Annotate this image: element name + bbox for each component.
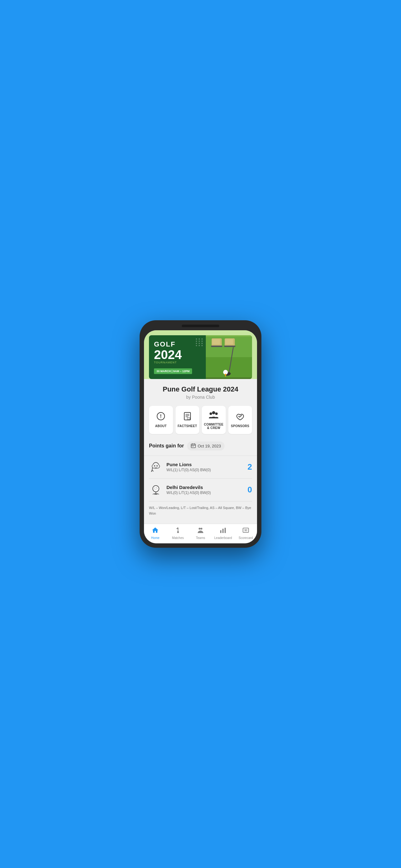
pune-lions-name: Pune Lions [166, 462, 243, 467]
banner-dots-decoration [196, 338, 203, 346]
nav-leaderboard[interactable]: Leaderboard [212, 526, 234, 539]
table-row: Delhi Daredevils W/L(0) L/T(1) AS(0) BW(… [149, 479, 252, 501]
nav-matches-label: Matches [172, 536, 184, 539]
matches-icon [174, 526, 182, 535]
action-grid: ! ABOUT ✓ [149, 406, 252, 434]
phone-notch [182, 324, 219, 327]
pune-lions-score: 2 [243, 462, 252, 472]
factsheet-label: FACTSHEET [178, 424, 197, 428]
event-subtitle: by Poona Club [149, 395, 252, 400]
svg-point-42 [157, 488, 158, 489]
delhi-daredevils-icon [149, 483, 163, 497]
svg-point-28 [215, 412, 218, 415]
golf-scene-svg [206, 335, 252, 379]
bottom-nav: Home Matches [144, 524, 257, 544]
svg-point-38 [155, 487, 156, 488]
svg-rect-4 [211, 346, 222, 347]
svg-point-49 [201, 528, 202, 530]
about-label: ABOUT [155, 424, 167, 428]
banner-golf-label: GOLF [154, 340, 201, 348]
grass-visual [206, 335, 252, 379]
nav-home-label: Home [151, 536, 160, 539]
pune-lions-info: Pune Lions W/L(1) L/T(0) AS(0) BW(0) [166, 462, 243, 472]
content-section: Pune Golf League 2024 by Poona Club ! AB… [144, 379, 257, 434]
svg-point-40 [154, 488, 155, 489]
scorecard-icon [242, 526, 249, 535]
svg-rect-51 [222, 529, 224, 533]
date-chip[interactable]: Oct 19, 2023 [187, 441, 225, 451]
svg-point-17 [225, 374, 226, 376]
banner-image: GOLF 2024 TOURNAMENT 30 MARCH | 9AM – 12… [149, 335, 252, 379]
factsheet-icon: ✓ [183, 412, 192, 422]
about-icon: ! [157, 412, 165, 422]
svg-text:✓: ✓ [188, 418, 189, 420]
points-date: Oct 19, 2023 [198, 444, 221, 448]
nav-matches[interactable]: Matches [166, 526, 189, 539]
leaderboard-icon [219, 526, 227, 535]
points-label: Points gain for [149, 443, 184, 449]
committee-label: COMMITTEE & CREW [204, 423, 224, 430]
nav-teams-label: Teams [196, 536, 205, 539]
svg-point-47 [177, 531, 179, 533]
nav-leaderboard-label: Leaderboard [214, 536, 232, 539]
committee-button[interactable]: COMMITTEE & CREW [202, 406, 226, 434]
svg-point-35 [154, 465, 155, 466]
svg-rect-7 [225, 339, 233, 344]
committee-icon [209, 410, 218, 420]
delhi-daredevils-stats: W/L(0) L/T(1) AS(0) BW(0) [166, 491, 243, 495]
svg-rect-52 [225, 528, 226, 533]
phone-frame: GOLF 2024 TOURNAMENT 30 MARCH | 9AM – 12… [140, 320, 261, 548]
svg-point-37 [153, 486, 159, 492]
calendar-icon [191, 443, 196, 449]
about-button[interactable]: ! ABOUT [149, 406, 173, 434]
banner-right [206, 335, 252, 379]
svg-point-39 [156, 487, 157, 488]
svg-point-15 [226, 372, 227, 373]
legend-box: W/L – Won/Leading, L/T – Lost/Trailing, … [149, 501, 252, 519]
svg-rect-5 [224, 346, 235, 347]
svg-point-13 [226, 371, 226, 372]
banner-section: GOLF 2024 TOURNAMENT 30 MARCH | 9AM – 12… [144, 330, 257, 379]
svg-rect-6 [212, 339, 220, 344]
points-section: Points gain for Oct 19, 2023 [144, 441, 257, 524]
svg-point-36 [157, 465, 158, 466]
svg-rect-50 [220, 530, 222, 533]
svg-point-12 [224, 371, 225, 372]
pune-lions-icon [149, 460, 163, 474]
home-icon [152, 526, 159, 535]
points-header: Points gain for Oct 19, 2023 [149, 441, 252, 451]
banner-date: 30 MARCH | 9AM – 12PM [154, 368, 192, 374]
svg-point-14 [225, 372, 226, 373]
event-title: Pune Golf League 2024 [149, 385, 252, 393]
nav-home[interactable]: Home [144, 526, 166, 539]
svg-text:!: ! [160, 414, 162, 419]
sponsors-icon [235, 412, 245, 422]
pune-lions-stats: W/L(1) L/T(0) AS(0) BW(0) [166, 468, 243, 472]
nav-scorecard-label: Scorecard [239, 536, 253, 539]
banner-year: 2024 [154, 348, 201, 361]
delhi-daredevils-name: Delhi Daredevils [166, 485, 243, 490]
svg-point-27 [209, 412, 212, 415]
teams-icon [197, 526, 204, 535]
factsheet-button[interactable]: ✓ FACTSHEET [175, 406, 200, 434]
svg-rect-33 [192, 446, 192, 446]
banner-left: GOLF 2024 TOURNAMENT 30 MARCH | 9AM – 12… [149, 335, 206, 379]
sponsors-button[interactable]: SPONSORS [228, 406, 252, 434]
sponsors-label: SPONSORS [231, 424, 249, 428]
svg-point-48 [199, 528, 201, 530]
svg-rect-34 [193, 446, 194, 446]
nav-teams[interactable]: Teams [189, 526, 212, 539]
table-row: Pune Lions W/L(1) L/T(0) AS(0) BW(0) 2 [149, 456, 252, 479]
nav-scorecard[interactable]: Scorecard [235, 526, 257, 539]
svg-point-26 [212, 411, 215, 414]
svg-marker-45 [176, 527, 179, 529]
svg-point-41 [156, 489, 157, 490]
delhi-daredevils-info: Delhi Daredevils W/L(0) L/T(1) AS(0) BW(… [166, 485, 243, 495]
delhi-daredevils-score: 0 [243, 485, 252, 495]
phone-screen: GOLF 2024 TOURNAMENT 30 MARCH | 9AM – 12… [144, 330, 257, 544]
